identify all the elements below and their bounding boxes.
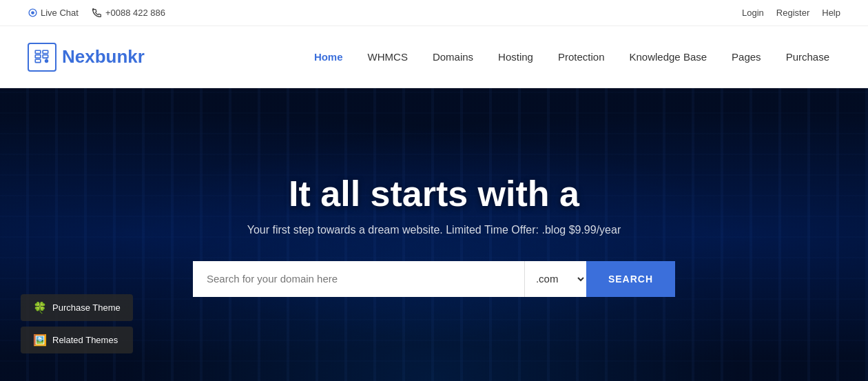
hero-content: It all starts with a Your first step tow…	[179, 173, 689, 297]
live-chat-label: Live Chat	[41, 8, 79, 18]
login-link[interactable]: Login	[742, 8, 764, 18]
top-bar: Live Chat +0088 422 886 Login Register H…	[0, 0, 868, 26]
phone-icon	[92, 8, 102, 18]
nav-purchase[interactable]: Purchase	[775, 45, 840, 68]
nav-hosting[interactable]: Hosting	[487, 45, 544, 68]
nav-home[interactable]: Home	[303, 45, 354, 68]
logo-icon	[28, 43, 56, 72]
phone-number: +0088 422 886	[105, 8, 165, 18]
svg-rect-2	[35, 50, 41, 53]
purchase-theme-label: Purchase Theme	[52, 302, 121, 313]
domain-extension-select[interactable]: .com .net .org .io .blog	[524, 261, 586, 297]
logo[interactable]: Nexbunkr	[28, 43, 145, 72]
svg-point-1	[31, 12, 33, 14]
header: Nexbunkr Home WHMCS Domains Hosting Prot…	[0, 26, 868, 88]
svg-rect-4	[35, 59, 41, 62]
svg-point-7	[45, 59, 48, 62]
svg-rect-5	[43, 50, 48, 53]
nav-domains[interactable]: Domains	[422, 45, 484, 68]
logo-text: Nexbunkr	[62, 46, 145, 68]
help-link[interactable]: Help	[822, 8, 840, 18]
floating-buttons: 🍀 Purchase Theme 🖼️ Related Themes	[21, 294, 133, 353]
svg-rect-3	[35, 54, 41, 57]
phone-item[interactable]: +0088 422 886	[92, 8, 165, 18]
hero-section: It all starts with a Your first step tow…	[0, 88, 868, 381]
related-themes-icon: 🖼️	[33, 333, 47, 347]
nav-protection[interactable]: Protection	[547, 45, 616, 68]
hero-title: It all starts with a	[193, 173, 675, 214]
main-nav: Home WHMCS Domains Hosting Protection Kn…	[303, 45, 840, 68]
nav-whmcs[interactable]: WHMCS	[357, 45, 419, 68]
domain-search-button[interactable]: SEARCH	[586, 261, 675, 297]
live-chat-icon	[28, 8, 37, 18]
related-themes-label: Related Themes	[52, 335, 118, 345]
domain-search-bar: .com .net .org .io .blog SEARCH	[193, 261, 675, 297]
nav-knowledge-base[interactable]: Knowledge Base	[618, 45, 718, 68]
purchase-theme-icon: 🍀	[33, 301, 47, 314]
top-bar-left: Live Chat +0088 422 886	[28, 8, 165, 18]
purchase-theme-button[interactable]: 🍀 Purchase Theme	[21, 294, 133, 321]
register-link[interactable]: Register	[776, 8, 809, 18]
related-themes-button[interactable]: 🖼️ Related Themes	[21, 327, 133, 353]
nav-pages[interactable]: Pages	[721, 45, 772, 68]
live-chat-item[interactable]: Live Chat	[28, 8, 79, 18]
hero-subtitle: Your first step towards a dream website.…	[193, 224, 675, 236]
domain-search-input[interactable]	[193, 261, 524, 297]
top-bar-right: Login Register Help	[742, 8, 840, 18]
svg-rect-6	[43, 54, 48, 57]
